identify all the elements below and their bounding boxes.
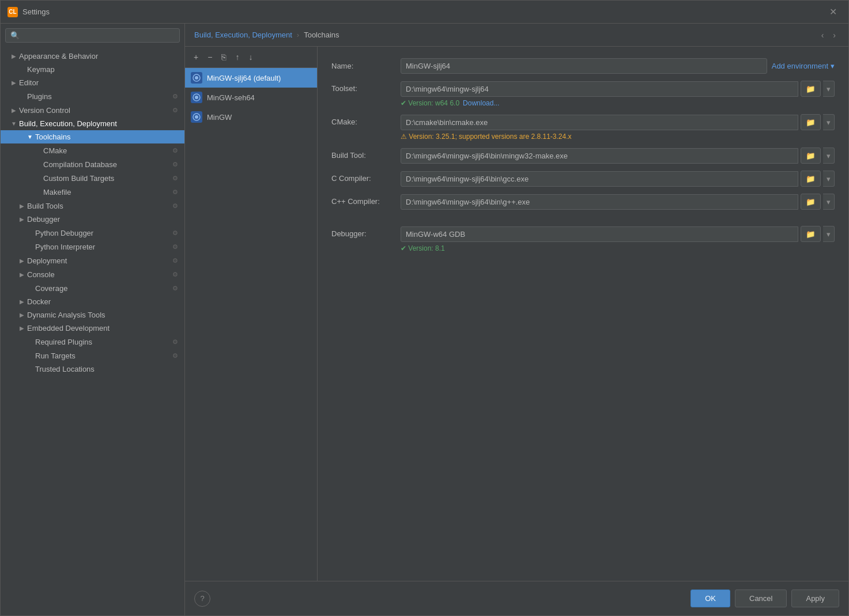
sidebar-item-custom-build[interactable]: Custom Build Targets ⚙ bbox=[1, 171, 184, 185]
sidebar-item-python-interpreter[interactable]: Python Interpreter ⚙ bbox=[1, 240, 184, 254]
search-box[interactable]: 🔍 bbox=[5, 28, 180, 43]
help-button[interactable]: ? bbox=[194, 591, 210, 607]
run-targets-gear-icon[interactable]: ⚙ bbox=[171, 351, 180, 360]
sidebar-item-build-execution[interactable]: ▼ Build, Execution, Deployment bbox=[1, 117, 184, 130]
spacer-icon bbox=[18, 66, 26, 74]
copy-toolchain-button[interactable]: ⎘ bbox=[217, 50, 230, 64]
c-compiler-input[interactable] bbox=[401, 171, 798, 187]
nav-forward-button[interactable]: › bbox=[829, 29, 839, 41]
sidebar-item-compilation-db[interactable]: Compilation Database ⚙ bbox=[1, 157, 184, 171]
build-tool-field-row: Build Tool: 📁 ▾ bbox=[331, 148, 835, 164]
apply-button[interactable]: Apply bbox=[791, 589, 839, 607]
build-tools-gear-icon[interactable]: ⚙ bbox=[171, 201, 180, 210]
spacer-icon bbox=[34, 146, 42, 154]
sidebar-item-python-debugger[interactable]: Python Debugger ⚙ bbox=[1, 226, 184, 240]
chain-item-mingw[interactable]: MinGW bbox=[185, 107, 317, 127]
spacer-icon bbox=[26, 284, 34, 292]
sidebar-item-editor[interactable]: ▶ Editor bbox=[1, 76, 184, 89]
chevron-right-icon: ▶ bbox=[18, 202, 26, 210]
toolset-dropdown-button[interactable]: ▾ bbox=[823, 81, 835, 97]
cmake-field-row: CMake: 📁 ▾ ⚠ Version: 3.25.1; supported bbox=[331, 114, 835, 141]
breadcrumb-parent[interactable]: Build, Execution, Deployment bbox=[194, 31, 292, 39]
name-field-row: Name: Add environment ▾ bbox=[331, 58, 835, 74]
sidebar-item-keymap[interactable]: Keymap bbox=[1, 63, 184, 76]
sidebar-item-docker[interactable]: ▶ Docker bbox=[1, 295, 184, 308]
cmake-gear-icon[interactable]: ⚙ bbox=[171, 146, 180, 155]
chevron-right-icon: ▶ bbox=[18, 270, 26, 278]
nav-back-button[interactable]: ‹ bbox=[818, 29, 828, 41]
folder-icon: 📁 bbox=[806, 198, 816, 206]
sidebar-item-dynamic-analysis[interactable]: ▶ Dynamic Analysis Tools bbox=[1, 308, 184, 322]
sidebar-item-debugger[interactable]: ▶ Debugger bbox=[1, 213, 184, 226]
cpp-compiler-browse-button[interactable]: 📁 bbox=[801, 194, 821, 210]
add-toolchain-button[interactable]: + bbox=[190, 50, 202, 64]
debugger-input[interactable] bbox=[401, 226, 798, 242]
toolset-input[interactable] bbox=[401, 81, 798, 97]
toolset-status-row: ✔ Version: w64 6.0 Download... bbox=[401, 99, 835, 107]
build-tool-input-wrap: 📁 ▾ bbox=[401, 148, 835, 164]
c-compiler-dropdown-button[interactable]: ▾ bbox=[823, 171, 835, 187]
ok-button[interactable]: OK bbox=[690, 589, 730, 607]
sidebar-item-coverage[interactable]: Coverage ⚙ bbox=[1, 281, 184, 295]
chevron-down-icon: ▼ bbox=[10, 120, 18, 128]
sidebar-item-console[interactable]: ▶ Console ⚙ bbox=[1, 267, 184, 281]
chain-item-mingw-seh64[interactable]: MinGW-seh64 bbox=[185, 88, 317, 107]
build-tool-input[interactable] bbox=[401, 148, 798, 164]
sidebar-item-trusted-locations[interactable]: Trusted Locations bbox=[1, 362, 184, 376]
search-input[interactable] bbox=[23, 31, 175, 40]
toolset-browse-button[interactable]: 📁 bbox=[801, 81, 821, 97]
name-input[interactable] bbox=[401, 58, 767, 74]
sidebar-item-makefile[interactable]: Makefile ⚙ bbox=[1, 185, 184, 199]
coverage-gear-icon[interactable]: ⚙ bbox=[171, 284, 180, 293]
sidebar-item-appearance[interactable]: ▶ Appearance & Behavior bbox=[1, 50, 184, 63]
version-control-gear-icon[interactable]: ⚙ bbox=[171, 105, 180, 115]
move-down-toolchain-button[interactable]: ↓ bbox=[244, 50, 256, 64]
sidebar-item-toolchains[interactable]: ▼ Toolchains bbox=[1, 130, 184, 143]
console-gear-icon[interactable]: ⚙ bbox=[171, 270, 180, 279]
chain-item-mingw-sjlj64[interactable]: MinGW-sjlj64 (default) bbox=[185, 68, 317, 88]
sidebar-item-run-targets[interactable]: Run Targets ⚙ bbox=[1, 349, 184, 362]
cpp-compiler-dropdown-button[interactable]: ▾ bbox=[823, 194, 835, 210]
toolset-status: ✔ Version: w64 6.0 bbox=[401, 99, 459, 107]
custom-build-gear-icon[interactable]: ⚙ bbox=[171, 173, 180, 183]
build-tool-dropdown-button[interactable]: ▾ bbox=[823, 148, 835, 164]
sidebar-item-required-plugins[interactable]: Required Plugins ⚙ bbox=[1, 335, 184, 349]
name-input-wrap: Add environment ▾ bbox=[401, 58, 835, 74]
sidebar-item-cmake[interactable]: CMake ⚙ bbox=[1, 143, 184, 157]
makefile-gear-icon[interactable]: ⚙ bbox=[171, 187, 180, 196]
cmake-dropdown-button[interactable]: ▾ bbox=[823, 114, 835, 130]
deployment-gear-icon[interactable]: ⚙ bbox=[171, 256, 180, 265]
debugger-browse-button[interactable]: 📁 bbox=[801, 226, 821, 242]
sidebar-item-version-control[interactable]: ▶ Version Control ⚙ bbox=[1, 103, 184, 117]
close-button[interactable]: ✕ bbox=[825, 4, 842, 20]
plugins-gear-icon[interactable]: ⚙ bbox=[171, 92, 180, 101]
python-interpreter-gear-icon[interactable]: ⚙ bbox=[171, 242, 180, 251]
cmake-input[interactable] bbox=[401, 115, 798, 130]
python-debugger-gear-icon[interactable]: ⚙ bbox=[171, 228, 180, 237]
sidebar-item-plugins[interactable]: Plugins ⚙ bbox=[1, 89, 184, 103]
breadcrumb-separator: › bbox=[297, 31, 299, 39]
cmake-input-row: 📁 ▾ bbox=[401, 114, 835, 130]
debugger-status: ✔ Version: 8.1 bbox=[401, 244, 445, 252]
cmake-label: CMake: bbox=[331, 114, 401, 126]
c-compiler-browse-button[interactable]: 📁 bbox=[801, 171, 821, 187]
c-compiler-field-row: C Compiler: 📁 ▾ bbox=[331, 171, 835, 187]
name-row: Add environment ▾ bbox=[401, 58, 835, 74]
c-compiler-input-row: 📁 ▾ bbox=[401, 171, 835, 187]
cancel-button[interactable]: Cancel bbox=[735, 589, 787, 607]
download-link[interactable]: Download... bbox=[463, 99, 499, 107]
add-environment-button[interactable]: Add environment ▾ bbox=[772, 62, 835, 70]
compilation-db-gear-icon[interactable]: ⚙ bbox=[171, 160, 180, 169]
debugger-dropdown-button[interactable]: ▾ bbox=[823, 226, 835, 242]
required-plugins-gear-icon[interactable]: ⚙ bbox=[171, 337, 180, 346]
sidebar-item-build-tools[interactable]: ▶ Build Tools ⚙ bbox=[1, 199, 184, 213]
cmake-browse-button[interactable]: 📁 bbox=[801, 114, 821, 130]
remove-toolchain-button[interactable]: − bbox=[203, 50, 216, 64]
folder-icon: 📁 bbox=[806, 175, 816, 183]
build-tool-browse-button[interactable]: 📁 bbox=[801, 148, 821, 164]
sidebar-item-deployment[interactable]: ▶ Deployment ⚙ bbox=[1, 254, 184, 267]
move-up-toolchain-button[interactable]: ↑ bbox=[231, 50, 243, 64]
spacer-icon bbox=[18, 92, 26, 100]
cpp-compiler-input[interactable] bbox=[401, 194, 798, 210]
sidebar-item-embedded-dev[interactable]: ▶ Embedded Development bbox=[1, 322, 184, 335]
